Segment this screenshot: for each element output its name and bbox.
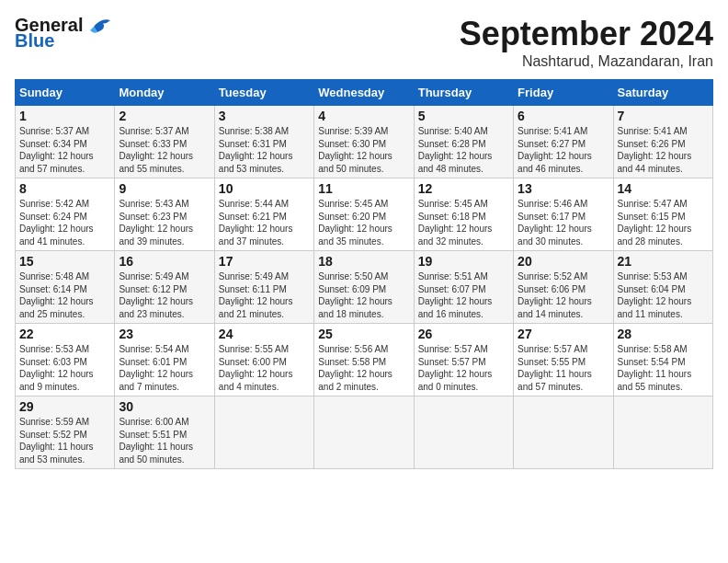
table-cell (514, 396, 613, 469)
calendar-header-row: Sunday Monday Tuesday Wednesday Thursday… (16, 80, 713, 106)
table-cell: 14Sunrise: 5:47 AM Sunset: 6:15 PM Dayli… (613, 178, 712, 251)
day-info: Sunrise: 5:44 AM Sunset: 6:21 PM Dayligh… (219, 198, 310, 247)
table-cell: 24Sunrise: 5:55 AM Sunset: 6:00 PM Dayli… (214, 324, 313, 396)
day-info: Sunrise: 5:59 AM Sunset: 5:52 PM Dayligh… (19, 416, 110, 465)
day-info: Sunrise: 5:51 AM Sunset: 6:07 PM Dayligh… (418, 270, 509, 320)
table-cell: 27Sunrise: 5:57 AM Sunset: 5:55 PM Dayli… (514, 324, 613, 396)
day-number: 10 (219, 181, 310, 196)
day-number: 25 (318, 327, 409, 341)
calendar-row: 1Sunrise: 5:37 AM Sunset: 6:34 PM Daylig… (16, 106, 713, 178)
table-cell: 22Sunrise: 5:53 AM Sunset: 6:03 PM Dayli… (16, 324, 115, 396)
day-number: 11 (318, 181, 409, 196)
day-info: Sunrise: 5:56 AM Sunset: 5:58 PM Dayligh… (318, 343, 409, 393)
day-number: 12 (418, 181, 509, 196)
day-number: 22 (19, 327, 110, 341)
day-info: Sunrise: 5:37 AM Sunset: 6:33 PM Dayligh… (119, 125, 210, 175)
day-number: 23 (119, 327, 210, 341)
day-info: Sunrise: 5:37 AM Sunset: 6:34 PM Dayligh… (19, 125, 110, 175)
col-sunday: Sunday (16, 80, 115, 106)
col-tuesday: Tuesday (214, 80, 313, 106)
day-number: 3 (219, 109, 310, 123)
col-wednesday: Wednesday (314, 80, 414, 106)
table-cell: 11Sunrise: 5:45 AM Sunset: 6:20 PM Dayli… (314, 178, 414, 251)
day-info: Sunrise: 5:57 AM Sunset: 5:57 PM Dayligh… (418, 343, 509, 393)
day-info: Sunrise: 5:42 AM Sunset: 6:24 PM Dayligh… (19, 198, 110, 247)
day-number: 18 (318, 254, 409, 269)
calendar-row: 8Sunrise: 5:42 AM Sunset: 6:24 PM Daylig… (16, 178, 713, 251)
table-cell: 3Sunrise: 5:38 AM Sunset: 6:31 PM Daylig… (214, 106, 313, 178)
day-info: Sunrise: 5:38 AM Sunset: 6:31 PM Dayligh… (219, 125, 310, 175)
logo-bird-icon (85, 16, 112, 36)
logo: General Blue (15, 15, 112, 52)
logo-blue-text: Blue (15, 30, 54, 52)
day-info: Sunrise: 5:52 AM Sunset: 6:06 PM Dayligh… (518, 270, 609, 320)
table-cell (414, 396, 513, 469)
table-cell: 1Sunrise: 5:37 AM Sunset: 6:34 PM Daylig… (16, 106, 115, 178)
month-title: September 2024 (460, 15, 713, 53)
table-cell: 10Sunrise: 5:44 AM Sunset: 6:21 PM Dayli… (214, 178, 313, 251)
day-info: Sunrise: 5:41 AM Sunset: 6:26 PM Dayligh… (618, 125, 709, 175)
day-number: 13 (518, 181, 609, 196)
col-friday: Friday (514, 80, 613, 106)
day-number: 2 (119, 109, 210, 123)
table-cell: 13Sunrise: 5:46 AM Sunset: 6:17 PM Dayli… (514, 178, 613, 251)
day-info: Sunrise: 5:41 AM Sunset: 6:27 PM Dayligh… (518, 125, 609, 175)
table-cell: 9Sunrise: 5:43 AM Sunset: 6:23 PM Daylig… (115, 178, 214, 251)
table-cell: 6Sunrise: 5:41 AM Sunset: 6:27 PM Daylig… (514, 106, 613, 178)
table-cell: 4Sunrise: 5:39 AM Sunset: 6:30 PM Daylig… (314, 106, 414, 178)
table-cell: 7Sunrise: 5:41 AM Sunset: 6:26 PM Daylig… (613, 106, 712, 178)
day-number: 1 (19, 109, 110, 123)
day-info: Sunrise: 5:57 AM Sunset: 5:55 PM Dayligh… (518, 343, 609, 393)
day-info: Sunrise: 5:47 AM Sunset: 6:15 PM Dayligh… (618, 198, 709, 247)
page-header: General Blue September 2024 Nashtarud, M… (15, 15, 713, 70)
day-number: 21 (618, 254, 709, 269)
table-cell: 15Sunrise: 5:48 AM Sunset: 6:14 PM Dayli… (16, 251, 115, 324)
day-number: 5 (418, 109, 509, 123)
day-info: Sunrise: 5:49 AM Sunset: 6:12 PM Dayligh… (119, 270, 210, 320)
col-thursday: Thursday (414, 80, 513, 106)
table-cell: 19Sunrise: 5:51 AM Sunset: 6:07 PM Dayli… (414, 251, 513, 324)
table-cell: 21Sunrise: 5:53 AM Sunset: 6:04 PM Dayli… (613, 251, 712, 324)
table-cell (314, 396, 414, 469)
day-info: Sunrise: 5:48 AM Sunset: 6:14 PM Dayligh… (19, 270, 110, 320)
table-cell: 29Sunrise: 5:59 AM Sunset: 5:52 PM Dayli… (16, 396, 115, 469)
day-number: 9 (119, 181, 210, 196)
col-monday: Monday (115, 80, 214, 106)
day-number: 17 (219, 254, 310, 269)
table-cell: 30Sunrise: 6:00 AM Sunset: 5:51 PM Dayli… (115, 396, 214, 469)
day-info: Sunrise: 5:54 AM Sunset: 6:01 PM Dayligh… (119, 343, 210, 393)
calendar-row: 22Sunrise: 5:53 AM Sunset: 6:03 PM Dayli… (16, 324, 713, 396)
col-saturday: Saturday (613, 80, 712, 106)
day-info: Sunrise: 5:45 AM Sunset: 6:18 PM Dayligh… (418, 198, 509, 247)
table-cell: 17Sunrise: 5:49 AM Sunset: 6:11 PM Dayli… (214, 251, 313, 324)
table-cell: 5Sunrise: 5:40 AM Sunset: 6:28 PM Daylig… (414, 106, 513, 178)
day-number: 8 (19, 181, 110, 196)
day-info: Sunrise: 5:55 AM Sunset: 6:00 PM Dayligh… (219, 343, 310, 393)
day-number: 20 (518, 254, 609, 269)
day-info: Sunrise: 5:50 AM Sunset: 6:09 PM Dayligh… (318, 270, 409, 320)
table-cell: 28Sunrise: 5:58 AM Sunset: 5:54 PM Dayli… (613, 324, 712, 396)
table-cell: 12Sunrise: 5:45 AM Sunset: 6:18 PM Dayli… (414, 178, 513, 251)
table-cell: 20Sunrise: 5:52 AM Sunset: 6:06 PM Dayli… (514, 251, 613, 324)
day-number: 30 (119, 399, 210, 414)
location-subtitle: Nashtarud, Mazandaran, Iran (460, 53, 713, 70)
day-number: 27 (518, 327, 609, 341)
table-cell: 8Sunrise: 5:42 AM Sunset: 6:24 PM Daylig… (16, 178, 115, 251)
day-number: 14 (618, 181, 709, 196)
day-info: Sunrise: 5:43 AM Sunset: 6:23 PM Dayligh… (119, 198, 210, 247)
day-info: Sunrise: 5:53 AM Sunset: 6:03 PM Dayligh… (19, 343, 110, 393)
day-info: Sunrise: 5:53 AM Sunset: 6:04 PM Dayligh… (618, 270, 709, 320)
day-number: 16 (119, 254, 210, 269)
day-info: Sunrise: 5:49 AM Sunset: 6:11 PM Dayligh… (219, 270, 310, 320)
day-number: 19 (418, 254, 509, 269)
day-info: Sunrise: 5:39 AM Sunset: 6:30 PM Dayligh… (318, 125, 409, 175)
day-info: Sunrise: 5:40 AM Sunset: 6:28 PM Dayligh… (418, 125, 509, 175)
day-number: 29 (19, 399, 110, 414)
table-cell (613, 396, 712, 469)
calendar-row: 29Sunrise: 5:59 AM Sunset: 5:52 PM Dayli… (16, 396, 713, 469)
day-number: 4 (318, 109, 409, 123)
day-number: 28 (618, 327, 709, 341)
table-cell: 16Sunrise: 5:49 AM Sunset: 6:12 PM Dayli… (115, 251, 214, 324)
day-number: 15 (19, 254, 110, 269)
day-number: 26 (418, 327, 509, 341)
